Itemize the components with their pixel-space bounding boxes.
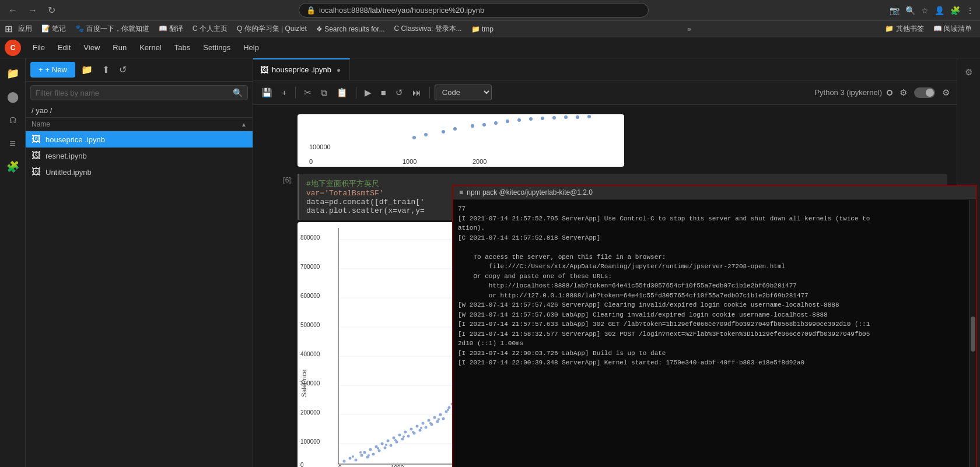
term-line-1: 77 (458, 204, 971, 214)
cell-output-1: 100000 0 1000 2000 (262, 114, 947, 167)
sort-icon: ▲ (241, 121, 247, 128)
svg-point-15 (552, 116, 556, 120)
menu-run[interactable]: Run (107, 41, 132, 54)
svg-point-135 (438, 418, 440, 420)
term-line-17: [I 2021-07-14 22:00:39.348 ServerApp] Ke… (458, 358, 971, 368)
svg-point-5 (424, 133, 428, 136)
file-item-untitled[interactable]: 🖼 Untitled.ipynb (26, 164, 253, 180)
file-item-resnet[interactable]: 🖼 resnet.ipynb (26, 148, 253, 164)
file-toolbar: + + New 📁 ⬆ ↺ (26, 58, 253, 82)
svg-point-48 (363, 451, 366, 454)
right-settings-icon[interactable]: ⚙ (960, 63, 978, 82)
bookmark-apps[interactable]: 应用 (15, 23, 36, 35)
theme-toggle[interactable] (914, 87, 935, 98)
tab-close-button[interactable]: ● (335, 65, 342, 75)
screen-capture-icon[interactable]: 📷 (888, 5, 901, 16)
menu-edit[interactable]: Edit (52, 41, 76, 54)
svg-point-126 (359, 451, 362, 454)
bookmark-homepage[interactable]: C 个人主页 (189, 23, 231, 35)
cut-button[interactable]: ✂ (300, 85, 315, 100)
svg-point-46 (355, 459, 358, 462)
menu-kernel[interactable]: Kernel (134, 41, 167, 54)
menu-settings[interactable]: Settings (197, 41, 236, 54)
term-line-10: or http://127.0.0.1:8888/lab?token=64e41… (458, 291, 971, 301)
svg-point-47 (360, 454, 363, 457)
kernel-settings-btn[interactable]: ⚙ (897, 85, 909, 100)
search-input[interactable] (36, 89, 233, 97)
forward-button[interactable]: → (24, 3, 41, 18)
sidebar-icon-running[interactable]: ⬤ (2, 86, 23, 107)
terminal-body[interactable]: 77 [I 2021-07-14 21:57:52.795 ServerApp]… (453, 199, 976, 467)
bookmark-translate[interactable]: 📖 翻译 (155, 23, 187, 35)
svg-point-58 (393, 437, 396, 440)
bookmark-notes[interactable]: 📝 笔记 (38, 23, 69, 35)
reading-list[interactable]: 📖 阅读清单 (930, 23, 975, 35)
sidebar-icons: 📁 ⬤ ☊ ≡ 🧩 (0, 58, 26, 467)
stop-button[interactable]: ■ (377, 85, 390, 100)
bookmark-tmp[interactable]: 📁 tmp (468, 24, 497, 34)
save-button[interactable]: 💾 (258, 85, 276, 100)
term-line-14: [I 2021-07-14 21:58:32.577 ServerApp] 30… (458, 329, 971, 339)
svg-point-134 (429, 422, 432, 424)
svg-point-6 (442, 130, 445, 134)
name-column-header[interactable]: Name (32, 120, 239, 128)
term-line-3: ation). (458, 223, 971, 233)
restart-run-button[interactable]: ⏭ (409, 85, 425, 100)
file-item-houseprice[interactable]: 🖼 houseprice .ipynb (26, 131, 253, 148)
copy-button[interactable]: ⧉ (317, 85, 331, 100)
svg-point-56 (387, 440, 390, 443)
svg-point-130 (394, 439, 397, 441)
svg-point-128 (377, 447, 379, 450)
svg-point-57 (390, 444, 393, 447)
other-bookmarks[interactable]: 📁 其他书签 (881, 23, 927, 35)
terminal-scrollbar-thumb[interactable] (971, 317, 975, 352)
bookmark-baidu[interactable]: 🐾 百度一下，你就知道 (72, 23, 152, 35)
bookmark-search[interactable]: ❖ Search results for... (313, 24, 388, 34)
bookmark-classviva[interactable]: C Classviva: 登录本... (391, 23, 466, 35)
terminal-overlay: ■ npm pack @kiteco/jupyterlab-kite@1.2.0… (452, 185, 977, 467)
new-folder-btn[interactable]: 📁 (78, 62, 96, 78)
bookmark-quizlet[interactable]: Q 你的学习集 | Quizlet (233, 23, 310, 35)
extension-icon[interactable]: 🧩 (949, 5, 961, 16)
terminal-title: npm pack @kiteco/jupyterlab-kite@1.2.0 (467, 188, 593, 196)
refresh-button[interactable]: ↻ (44, 2, 59, 18)
run-button[interactable]: ▶ (361, 85, 375, 100)
profile-icon[interactable]: 👤 (933, 5, 946, 16)
upload-btn[interactable]: ⬆ (99, 62, 113, 78)
sidebar-icon-files[interactable]: 📁 (2, 63, 23, 84)
more-icon[interactable]: ⋮ (965, 5, 975, 16)
term-line-5 (458, 243, 971, 252)
term-line-7: file:///C:/Users/xtx/AppData/Roaming/jup… (458, 262, 971, 272)
refresh-btn[interactable]: ↺ (116, 62, 130, 78)
bookmark-star-icon[interactable]: ☆ (920, 5, 930, 16)
add-cell-button[interactable]: + (278, 85, 290, 100)
jupyterlab-app: C File Edit View Run Kernel Tabs Setting… (0, 37, 980, 467)
svg-text:0: 0 (300, 462, 304, 467)
address-bar[interactable]: 🔒 localhost:8888/lab/tree/yao/houseprice… (299, 3, 649, 17)
sidebar-icon-git[interactable]: ☊ (2, 110, 23, 131)
restart-button[interactable]: ↺ (392, 85, 407, 100)
sidebar-icon-toc[interactable]: ≡ (2, 133, 23, 154)
zoom-icon[interactable]: 🔍 (904, 5, 916, 16)
back-button[interactable]: ← (5, 3, 21, 18)
sidebar-icon-extensions[interactable]: 🧩 (2, 156, 23, 177)
new-button[interactable]: + + New (30, 62, 75, 78)
right-settings-btn[interactable]: ⚙ (940, 85, 952, 100)
svg-point-9 (482, 123, 486, 127)
tab-houseprice[interactable]: 🖼 houseprice .ipynb ● (253, 58, 350, 80)
toolbar-separator-3 (429, 87, 430, 99)
term-line-12: [W 2021-07-14 21:57:57.630 LabApp] Clear… (458, 310, 971, 320)
menu-tabs[interactable]: Tabs (169, 41, 196, 54)
cell-type-select[interactable]: Code Markdown Raw (435, 85, 492, 100)
svg-point-125 (352, 455, 354, 458)
paste-button[interactable]: 📋 (333, 85, 351, 100)
file-name-untitled: Untitled.ipynb (46, 168, 247, 177)
apps-icon[interactable]: ⊞ (5, 23, 12, 34)
terminal-scrollbar[interactable] (969, 200, 976, 467)
logo-text: C (10, 44, 16, 52)
bookmarks-more[interactable]: » (684, 24, 695, 34)
menu-view[interactable]: View (78, 41, 106, 54)
menu-help[interactable]: Help (237, 41, 265, 54)
menu-file[interactable]: File (27, 41, 51, 54)
svg-point-13 (529, 117, 533, 121)
